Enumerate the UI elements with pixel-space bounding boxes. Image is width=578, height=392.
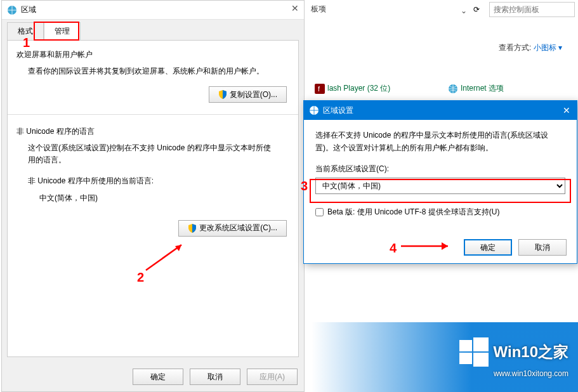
- button-label: 复制设置(O)...: [230, 89, 277, 100]
- welcome-desc: 查看你的国际设置并将其复制到欢迎屏幕、系统帐户和新的用户帐户。: [28, 65, 278, 77]
- close-icon[interactable]: ✕: [291, 3, 299, 13]
- button-label: 更改系统区域设置(C)...: [199, 223, 277, 233]
- svg-rect-11: [459, 353, 472, 364]
- region-settings-footer: 确定 取消: [464, 239, 567, 256]
- region-dialog: 区域 ✕ 格式 管理 欢迎屏幕和新用户帐户 查看你的国际设置并将其复制到欢迎屏幕…: [1, 0, 305, 392]
- svg-rect-12: [473, 353, 489, 367]
- cancel-button[interactable]: 取消: [190, 369, 240, 385]
- current-language-label: 非 Unicode 程序中所使用的当前语言:: [28, 176, 278, 186]
- ok-button[interactable]: 确定: [133, 369, 183, 385]
- search-input[interactable]: [489, 2, 575, 17]
- nonunicode-desc: 这个设置(系统区域设置)控制在不支持 Unicode 的程序中显示文本时所使用的…: [28, 142, 278, 166]
- current-locale-label: 当前系统区域设置(C):: [315, 162, 565, 175]
- dialog-title: 区域: [21, 4, 36, 15]
- beta-utf8-checkbox[interactable]: [315, 208, 324, 216]
- region-settings-titlebar: 区域设置 ✕: [304, 101, 577, 120]
- cp-item-internet[interactable]: Internet 选项: [448, 83, 504, 94]
- nonunicode-group: 非 Unicode 程序的语言 这个设置(系统区域设置)控制在不支持 Unico…: [16, 126, 289, 236]
- region-dialog-footer: 确定 取消 应用(A): [2, 369, 298, 385]
- watermark: Win10之家: [459, 337, 568, 367]
- region-dialog-titlebar: 区域 ✕: [2, 1, 304, 20]
- windows-logo-icon: [459, 337, 489, 367]
- beta-utf8-row[interactable]: Beta 版: 使用 Unicode UTF-8 提供全球语言支持(U): [315, 206, 565, 218]
- shield-icon: [218, 90, 227, 99]
- region-settings-dialog: 区域设置 ✕ 选择在不支持 Unicode 的程序中显示文本时所使用的语言(系统…: [303, 100, 577, 264]
- region-dialog-body: 欢迎屏幕和新用户帐户 查看你的国际设置并将其复制到欢迎屏幕、系统帐户和新的用户帐…: [7, 40, 299, 357]
- breadcrumb-dropdown-icon[interactable]: ⌄: [461, 6, 467, 15]
- tab-format[interactable]: 格式: [7, 22, 44, 40]
- region-settings-desc: 选择在不支持 Unicode 的程序中显示文本时所使用的语言(系统区域设置)。这…: [315, 129, 565, 155]
- watermark-url: www.win10xitong.com: [494, 369, 568, 378]
- svg-rect-9: [459, 340, 472, 351]
- locale-select[interactable]: 中文(简体，中国): [315, 178, 565, 194]
- cancel-button[interactable]: 取消: [518, 239, 567, 256]
- nonunicode-title: 非 Unicode 程序的语言: [16, 126, 289, 137]
- divider: [8, 114, 298, 115]
- cp-item-label: Internet 选项: [461, 83, 504, 94]
- shield-icon: [188, 224, 197, 233]
- view-by: 查看方式: 小图标 ▾: [499, 42, 562, 53]
- tab-admin[interactable]: 管理: [44, 22, 81, 40]
- refresh-icon[interactable]: ⟳: [473, 5, 480, 14]
- view-by-label: 查看方式:: [499, 43, 531, 52]
- breadcrumb[interactable]: 板项: [311, 4, 326, 15]
- cp-item-flash[interactable]: f lash Player (32 位): [315, 83, 390, 94]
- watermark-brand: Win10之家: [494, 342, 568, 362]
- welcome-group: 欢迎屏幕和新用户帐户 查看你的国际设置并将其复制到欢迎屏幕、系统帐户和新的用户帐…: [16, 49, 289, 103]
- copy-settings-button[interactable]: 复制设置(O)...: [209, 86, 287, 103]
- change-system-locale-button[interactable]: 更改系统区域设置(C)...: [178, 220, 287, 237]
- close-icon[interactable]: ✕: [563, 105, 570, 115]
- dialog-title: 区域设置: [323, 105, 353, 116]
- apply-button[interactable]: 应用(A): [247, 369, 298, 385]
- tabs: 格式 管理: [7, 22, 299, 40]
- globe-icon: [309, 105, 319, 115]
- globe-icon: [448, 84, 458, 94]
- globe-icon: [7, 5, 17, 15]
- cp-item-label: lash Player (32 位): [327, 83, 390, 94]
- region-settings-body: 选择在不支持 Unicode 的程序中显示文本时所使用的语言(系统区域设置)。这…: [304, 120, 577, 228]
- svg-rect-10: [473, 337, 489, 351]
- welcome-title: 欢迎屏幕和新用户帐户: [16, 49, 289, 60]
- view-by-value[interactable]: 小图标 ▾: [534, 43, 562, 52]
- ok-button[interactable]: 确定: [464, 239, 512, 256]
- flash-icon: f: [315, 84, 325, 94]
- beta-utf8-label: Beta 版: 使用 Unicode UTF-8 提供全球语言支持(U): [327, 206, 499, 218]
- current-language-value: 中文(简体，中国): [39, 193, 278, 204]
